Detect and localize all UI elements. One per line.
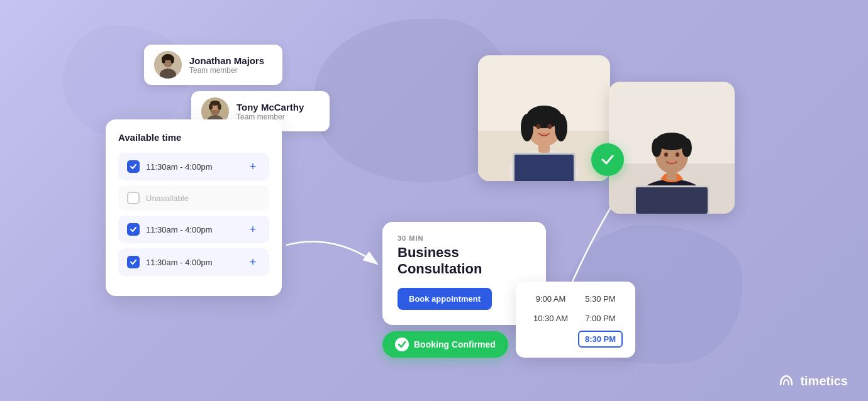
timeslots-grid: 9:00 AM 5:30 PM 10:30 AM 7:00 PM 8:30 PM xyxy=(528,292,623,348)
unavailable-label: Unavailable xyxy=(146,194,260,203)
booking-confirmed-badge: Booking Confirmed xyxy=(382,331,508,358)
jonathan-name: Jonathan Majors xyxy=(189,55,264,66)
svg-point-24 xyxy=(537,124,541,129)
time-row-2[interactable]: Unavailable xyxy=(118,185,269,211)
timeslot-830pm[interactable]: 8:30 PM xyxy=(578,331,623,348)
confirmed-check-icon xyxy=(395,338,409,351)
timeslot-700pm[interactable]: 7:00 PM xyxy=(578,311,623,326)
jonathan-info: Jonathan Majors Team member xyxy=(189,55,264,75)
available-time-panel: Available time 11:30am - 4:00pm + Unavai… xyxy=(106,119,282,296)
booking-confirmed-label: Booking Confirmed xyxy=(414,339,496,349)
svg-point-8 xyxy=(170,56,174,63)
timeslot-900am[interactable]: 9:00 AM xyxy=(528,292,573,306)
svg-point-36 xyxy=(682,138,692,157)
time-label-4: 11:30am - 4:00pm xyxy=(146,258,239,267)
timetics-label: timetics xyxy=(800,374,848,388)
time-row-1[interactable]: 11:30am - 4:00pm + xyxy=(118,153,269,180)
svg-point-7 xyxy=(162,56,165,63)
add-time-1[interactable]: + xyxy=(245,159,260,174)
checkbox-3[interactable] xyxy=(127,223,140,236)
timeslots-card: 9:00 AM 5:30 PM 10:30 AM 7:00 PM 8:30 PM xyxy=(516,282,635,358)
jonathan-role: Team member xyxy=(189,66,264,75)
svg-point-15 xyxy=(218,104,221,110)
svg-point-22 xyxy=(521,114,533,141)
timeslot-1030am[interactable]: 10:30 AM xyxy=(528,311,573,326)
checkbox-4[interactable] xyxy=(127,256,140,268)
time-label-1: 11:30am - 4:00pm xyxy=(146,162,239,172)
book-appointment-button[interactable]: Book appointment xyxy=(398,288,492,310)
svg-point-35 xyxy=(652,138,662,157)
svg-point-14 xyxy=(209,104,213,110)
photo-panel-man xyxy=(609,82,735,214)
team-card-jonathan: Jonathan Majors Team member xyxy=(144,45,282,85)
tony-name: Tony McCarthy xyxy=(236,102,304,113)
timetics-logo: timetics xyxy=(777,372,848,390)
checkbox-1[interactable] xyxy=(127,160,140,173)
svg-point-25 xyxy=(548,124,552,129)
svg-point-23 xyxy=(555,114,567,141)
consult-title: Business Consultation xyxy=(398,244,531,278)
tony-info: Tony McCarthy Team member xyxy=(236,102,304,121)
checkbox-2[interactable] xyxy=(127,192,140,204)
time-row-3[interactable]: 11:30am - 4:00pm + xyxy=(118,216,269,243)
timeslot-530pm[interactable]: 5:30 PM xyxy=(578,292,623,306)
svg-rect-41 xyxy=(636,187,708,214)
svg-point-37 xyxy=(664,153,668,157)
svg-point-38 xyxy=(676,153,679,157)
time-row-4[interactable]: 11:30am - 4:00pm + xyxy=(118,248,269,276)
add-time-3[interactable]: + xyxy=(245,222,260,237)
time-label-3: 11:30am - 4:00pm xyxy=(146,225,239,234)
consult-duration: 30 MIN xyxy=(398,234,531,242)
photo-panel-woman xyxy=(478,55,610,181)
add-time-4[interactable]: + xyxy=(245,255,260,270)
avatar-jonathan xyxy=(154,51,182,79)
check-overlay xyxy=(591,143,624,176)
panel-title: Available time xyxy=(118,132,269,143)
timetics-logo-icon xyxy=(777,372,795,390)
svg-rect-28 xyxy=(515,155,574,181)
